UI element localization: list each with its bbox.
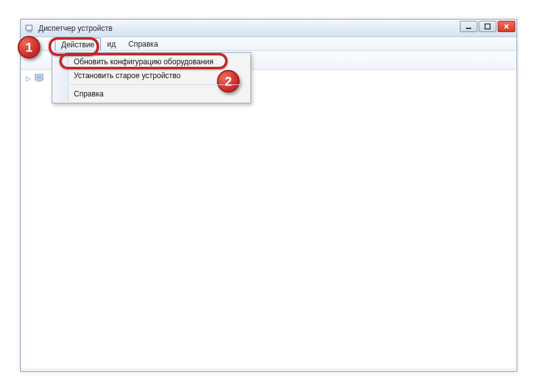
menu-item-scan-hardware[interactable]: Обновить конфигурацию оборудования xyxy=(70,55,249,69)
svg-rect-7 xyxy=(37,81,42,82)
menu-item-add-legacy-hardware[interactable]: Установить старое устройство xyxy=(70,69,249,83)
window-controls xyxy=(460,21,515,32)
annotation-badge-1: 1 xyxy=(18,36,40,59)
close-button[interactable] xyxy=(498,21,515,32)
menu-item-dropdown-help[interactable]: Справка xyxy=(70,87,249,101)
menu-help[interactable]: Справка xyxy=(122,37,164,50)
minimize-button[interactable] xyxy=(460,21,477,32)
device-manager-icon xyxy=(25,23,35,33)
titlebar[interactable]: Диспетчер устройств xyxy=(21,20,517,37)
menu-separator xyxy=(70,84,245,85)
svg-rect-2 xyxy=(28,31,32,32)
statusbar xyxy=(21,369,517,371)
maximize-button[interactable] xyxy=(479,21,496,32)
computer-icon xyxy=(35,74,45,83)
svg-rect-4 xyxy=(485,24,490,29)
device-tree-area[interactable]: ▷ xyxy=(21,70,517,369)
action-dropdown-menu: Обновить конфигурацию оборудования Устан… xyxy=(52,52,251,103)
window-title: Диспетчер устройств xyxy=(38,24,112,33)
svg-rect-3 xyxy=(466,28,471,29)
menu-view[interactable]: ид xyxy=(101,37,122,50)
menubar: Действие ид Справка xyxy=(21,37,517,51)
expand-icon[interactable]: ▷ xyxy=(26,75,32,82)
svg-rect-1 xyxy=(27,26,31,29)
menu-action[interactable]: Действие xyxy=(55,38,101,50)
svg-rect-6 xyxy=(37,76,42,79)
dropdown-icon-gutter xyxy=(54,54,69,101)
